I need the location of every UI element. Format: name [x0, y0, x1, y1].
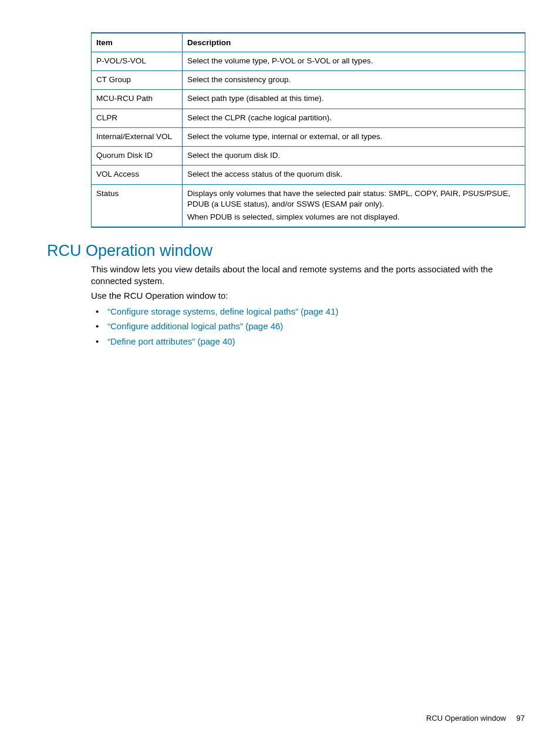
table-row: VOL Access Select the access status of t…	[92, 166, 525, 184]
status-desc-line2: When PDUB is selected, simplex volumes a…	[187, 212, 520, 222]
page-footer: RCU Operation window 97	[426, 714, 525, 723]
section-paragraph: This window lets you view details about …	[91, 264, 528, 288]
cell-item: Status	[92, 184, 183, 227]
table-row: CT Group Select the consistency group.	[92, 71, 525, 90]
cell-item: CT Group	[92, 71, 183, 90]
table-row: Status Displays only volumes that have t…	[92, 184, 525, 227]
table-row: Internal/External VOL Select the volume …	[92, 127, 525, 146]
cross-reference-link[interactable]: “Define port attributes” (page 40)	[107, 336, 235, 346]
link-list: “Configure storage systems, define logic…	[91, 304, 528, 349]
cell-desc: Displays only volumes that have the sele…	[183, 184, 525, 227]
cell-item: Internal/External VOL	[92, 127, 183, 146]
cell-item: VOL Access	[92, 166, 183, 184]
table-row: Quorum Disk ID Select the quorum disk ID…	[92, 147, 525, 166]
cross-reference-link[interactable]: “Configure additional logical paths” (pa…	[107, 321, 283, 331]
cell-item: Quorum Disk ID	[92, 147, 183, 166]
cell-desc: Select path type (disabled at this time)…	[183, 90, 525, 109]
cell-desc: Select the consistency group.	[183, 71, 525, 90]
cell-desc: Select the volume type, P-VOL or S-VOL o…	[183, 52, 525, 71]
cell-desc: Select the quorum disk ID.	[183, 147, 525, 166]
item-description-table: Item Description P-VOL/S-VOL Select the …	[91, 32, 525, 228]
table-header-row: Item Description	[92, 33, 525, 52]
footer-title: RCU Operation window	[426, 714, 506, 723]
section-paragraph: Use the RCU Operation window to:	[91, 290, 528, 302]
cell-desc: Select the volume type, internal or exte…	[183, 127, 525, 146]
cell-item: CLPR	[92, 109, 183, 127]
cell-item: P-VOL/S-VOL	[92, 52, 183, 71]
table-row: CLPR Select the CLPR (cache logical part…	[92, 109, 525, 127]
section-heading: RCU Operation window	[47, 242, 528, 260]
table-row: P-VOL/S-VOL Select the volume type, P-VO…	[92, 52, 525, 71]
list-item: “Configure additional logical paths” (pa…	[91, 319, 528, 334]
list-item: “Define port attributes” (page 40)	[91, 334, 528, 349]
table-row: MCU-RCU Path Select path type (disabled …	[92, 90, 525, 109]
status-desc-line1: Displays only volumes that have the sele…	[187, 188, 520, 210]
header-item: Item	[92, 33, 183, 52]
cell-desc: Select the access status of the quorum d…	[183, 166, 525, 184]
cell-desc: Select the CLPR (cache logical partition…	[183, 109, 525, 127]
cross-reference-link[interactable]: “Configure storage systems, define logic…	[107, 306, 339, 316]
page-number: 97	[517, 714, 525, 723]
header-description: Description	[183, 33, 525, 52]
list-item: “Configure storage systems, define logic…	[91, 304, 528, 319]
cell-item: MCU-RCU Path	[92, 90, 183, 109]
